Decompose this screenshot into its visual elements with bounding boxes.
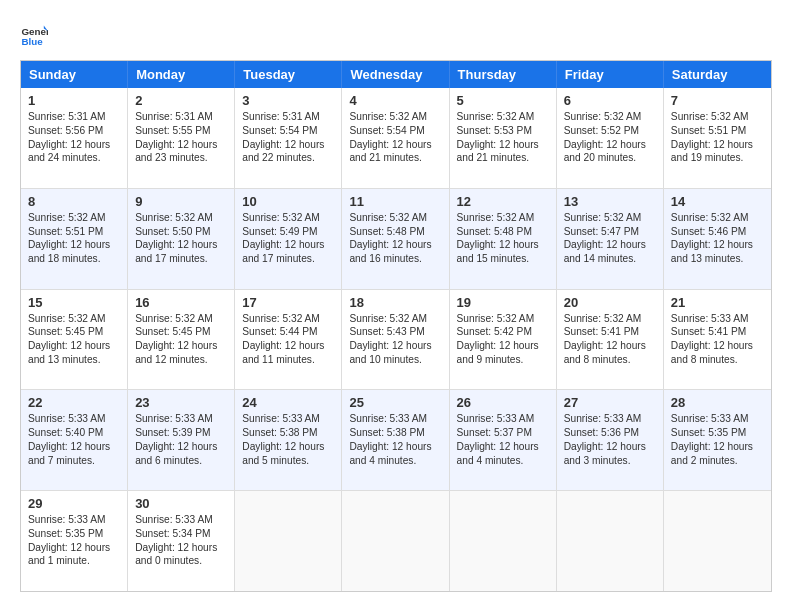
day-info-line: and 10 minutes. <box>349 353 441 367</box>
calendar: SundayMondayTuesdayWednesdayThursdayFrid… <box>20 60 772 592</box>
day-info-line: Sunset: 5:40 PM <box>28 426 120 440</box>
day-info-line: Sunrise: 5:33 AM <box>564 412 656 426</box>
day-info-line: Daylight: 12 hours <box>457 440 549 454</box>
day-cell-3: 3Sunrise: 5:31 AMSunset: 5:54 PMDaylight… <box>235 88 342 188</box>
day-info-line: Daylight: 12 hours <box>457 138 549 152</box>
day-info-line: Sunset: 5:52 PM <box>564 124 656 138</box>
day-info-line: and 7 minutes. <box>28 454 120 468</box>
day-info-line: Daylight: 12 hours <box>135 440 227 454</box>
day-info-line: Sunrise: 5:31 AM <box>135 110 227 124</box>
day-info-line: Daylight: 12 hours <box>564 138 656 152</box>
day-info-line: and 17 minutes. <box>135 252 227 266</box>
day-info-line: and 11 minutes. <box>242 353 334 367</box>
day-info-line: Sunrise: 5:33 AM <box>28 412 120 426</box>
day-cell-11: 11Sunrise: 5:32 AMSunset: 5:48 PMDayligh… <box>342 189 449 289</box>
day-info-line: Sunrise: 5:32 AM <box>349 312 441 326</box>
day-cell-2: 2Sunrise: 5:31 AMSunset: 5:55 PMDaylight… <box>128 88 235 188</box>
day-number: 14 <box>671 194 764 209</box>
day-info-line: Sunrise: 5:32 AM <box>564 312 656 326</box>
day-info-line: Sunrise: 5:33 AM <box>671 312 764 326</box>
day-info-line: Sunset: 5:39 PM <box>135 426 227 440</box>
day-cell-1: 1Sunrise: 5:31 AMSunset: 5:56 PMDaylight… <box>21 88 128 188</box>
day-info-line: and 14 minutes. <box>564 252 656 266</box>
day-info-line: Daylight: 12 hours <box>671 238 764 252</box>
day-number: 23 <box>135 395 227 410</box>
day-info-line: Sunrise: 5:33 AM <box>349 412 441 426</box>
day-info-line: and 23 minutes. <box>135 151 227 165</box>
day-info-line: Sunrise: 5:32 AM <box>457 110 549 124</box>
day-info-line: and 20 minutes. <box>564 151 656 165</box>
day-info-line: Daylight: 12 hours <box>671 440 764 454</box>
day-info-line: Sunset: 5:55 PM <box>135 124 227 138</box>
day-info-line: and 16 minutes. <box>349 252 441 266</box>
day-info-line: Daylight: 12 hours <box>28 541 120 555</box>
day-cell-26: 26Sunrise: 5:33 AMSunset: 5:37 PMDayligh… <box>450 390 557 490</box>
day-info-line: Sunrise: 5:33 AM <box>135 412 227 426</box>
day-cell-21: 21Sunrise: 5:33 AMSunset: 5:41 PMDayligh… <box>664 290 771 390</box>
day-number: 27 <box>564 395 656 410</box>
day-info-line: Sunset: 5:51 PM <box>671 124 764 138</box>
day-info-line: Sunrise: 5:33 AM <box>457 412 549 426</box>
calendar-row-4: 29Sunrise: 5:33 AMSunset: 5:35 PMDayligh… <box>21 490 771 591</box>
day-info-line: Sunset: 5:43 PM <box>349 325 441 339</box>
day-cell-23: 23Sunrise: 5:33 AMSunset: 5:39 PMDayligh… <box>128 390 235 490</box>
day-info-line: Sunrise: 5:32 AM <box>671 110 764 124</box>
day-info-line: and 18 minutes. <box>28 252 120 266</box>
day-info-line: Sunset: 5:37 PM <box>457 426 549 440</box>
day-info-line: Sunset: 5:51 PM <box>28 225 120 239</box>
day-number: 10 <box>242 194 334 209</box>
day-info-line: Sunset: 5:54 PM <box>349 124 441 138</box>
day-number: 29 <box>28 496 120 511</box>
day-info-line: Sunrise: 5:32 AM <box>457 312 549 326</box>
day-info-line: Sunrise: 5:32 AM <box>135 312 227 326</box>
empty-cell-4-5 <box>557 491 664 591</box>
day-info-line: Sunrise: 5:33 AM <box>135 513 227 527</box>
day-cell-10: 10Sunrise: 5:32 AMSunset: 5:49 PMDayligh… <box>235 189 342 289</box>
day-info-line: Sunrise: 5:32 AM <box>28 211 120 225</box>
day-cell-6: 6Sunrise: 5:32 AMSunset: 5:52 PMDaylight… <box>557 88 664 188</box>
day-info-line: Sunset: 5:45 PM <box>135 325 227 339</box>
day-cell-18: 18Sunrise: 5:32 AMSunset: 5:43 PMDayligh… <box>342 290 449 390</box>
day-info-line: Sunrise: 5:31 AM <box>28 110 120 124</box>
svg-text:Blue: Blue <box>21 36 43 47</box>
day-info-line: Sunrise: 5:32 AM <box>28 312 120 326</box>
day-info-line: and 4 minutes. <box>457 454 549 468</box>
day-cell-17: 17Sunrise: 5:32 AMSunset: 5:44 PMDayligh… <box>235 290 342 390</box>
day-number: 19 <box>457 295 549 310</box>
day-cell-22: 22Sunrise: 5:33 AMSunset: 5:40 PMDayligh… <box>21 390 128 490</box>
day-number: 22 <box>28 395 120 410</box>
calendar-row-1: 8Sunrise: 5:32 AMSunset: 5:51 PMDaylight… <box>21 188 771 289</box>
day-cell-7: 7Sunrise: 5:32 AMSunset: 5:51 PMDaylight… <box>664 88 771 188</box>
day-info-line: Sunset: 5:46 PM <box>671 225 764 239</box>
day-info-line: Daylight: 12 hours <box>564 339 656 353</box>
day-info-line: and 15 minutes. <box>457 252 549 266</box>
day-info-line: and 8 minutes. <box>671 353 764 367</box>
day-number: 9 <box>135 194 227 209</box>
day-cell-27: 27Sunrise: 5:33 AMSunset: 5:36 PMDayligh… <box>557 390 664 490</box>
day-cell-16: 16Sunrise: 5:32 AMSunset: 5:45 PMDayligh… <box>128 290 235 390</box>
day-info-line: and 21 minutes. <box>349 151 441 165</box>
day-info-line: Sunrise: 5:32 AM <box>564 211 656 225</box>
day-info-line: and 19 minutes. <box>671 151 764 165</box>
day-info-line: Sunset: 5:35 PM <box>28 527 120 541</box>
day-info-line: Sunset: 5:42 PM <box>457 325 549 339</box>
day-info-line: and 1 minute. <box>28 554 120 568</box>
day-info-line: Sunset: 5:54 PM <box>242 124 334 138</box>
day-info-line: Sunset: 5:38 PM <box>242 426 334 440</box>
day-info-line: and 4 minutes. <box>349 454 441 468</box>
day-cell-28: 28Sunrise: 5:33 AMSunset: 5:35 PMDayligh… <box>664 390 771 490</box>
day-info-line: Sunrise: 5:33 AM <box>242 412 334 426</box>
calendar-body: 1Sunrise: 5:31 AMSunset: 5:56 PMDaylight… <box>21 88 771 591</box>
weekday-header-sunday: Sunday <box>21 61 128 88</box>
day-info-line: Sunset: 5:48 PM <box>349 225 441 239</box>
day-info-line: and 21 minutes. <box>457 151 549 165</box>
logo: General Blue <box>20 20 52 48</box>
day-info-line: and 2 minutes. <box>671 454 764 468</box>
empty-cell-4-2 <box>235 491 342 591</box>
day-number: 11 <box>349 194 441 209</box>
day-info-line: Daylight: 12 hours <box>564 238 656 252</box>
day-cell-8: 8Sunrise: 5:32 AMSunset: 5:51 PMDaylight… <box>21 189 128 289</box>
day-info-line: and 13 minutes. <box>28 353 120 367</box>
day-info-line: Sunset: 5:50 PM <box>135 225 227 239</box>
day-number: 16 <box>135 295 227 310</box>
